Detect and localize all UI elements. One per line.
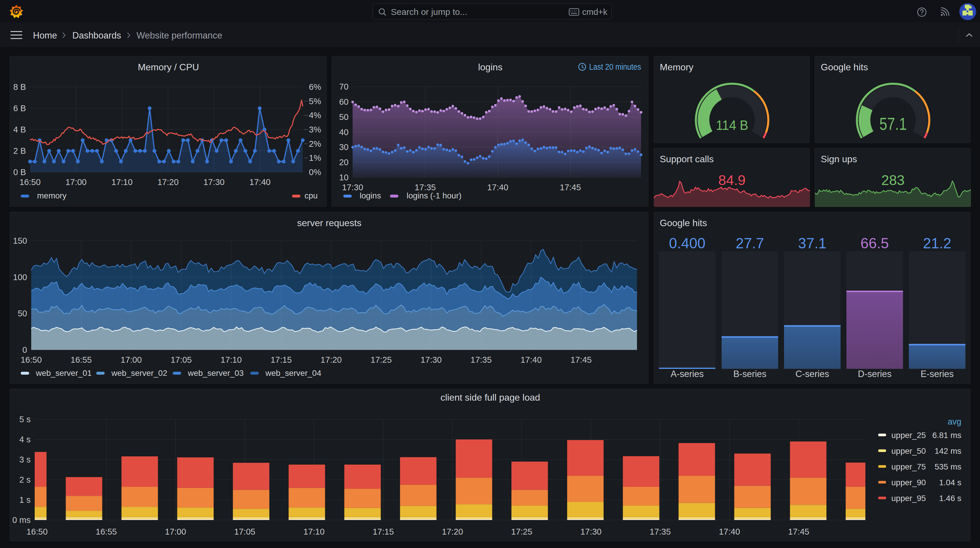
svg-text:20: 20 bbox=[339, 158, 348, 167]
svg-text:27.7: 27.7 bbox=[736, 235, 764, 252]
svg-text:server requests: server requests bbox=[297, 218, 362, 228]
svg-text:17:35: 17:35 bbox=[649, 527, 671, 536]
svg-text:Google hits: Google hits bbox=[821, 62, 868, 72]
svg-text:70: 70 bbox=[339, 82, 348, 91]
svg-text:1 s: 1 s bbox=[19, 495, 30, 505]
svg-text:Support calls: Support calls bbox=[660, 154, 714, 164]
svg-text:17:35: 17:35 bbox=[415, 183, 436, 192]
svg-text:upper_50: upper_50 bbox=[891, 446, 926, 456]
svg-text:6.81 ms: 6.81 ms bbox=[932, 431, 961, 440]
svg-text:100: 100 bbox=[13, 272, 27, 282]
svg-text:17:00: 17:00 bbox=[121, 355, 142, 365]
svg-text:17:05: 17:05 bbox=[171, 355, 192, 365]
svg-text:web_server_03: web_server_03 bbox=[188, 368, 243, 378]
svg-text:17:30: 17:30 bbox=[581, 527, 602, 536]
svg-text:17:05: 17:05 bbox=[234, 527, 256, 536]
svg-text:17:40: 17:40 bbox=[719, 527, 740, 536]
svg-text:0%: 0% bbox=[309, 167, 321, 177]
svg-text:Sign ups: Sign ups bbox=[821, 154, 857, 164]
svg-text:3%: 3% bbox=[309, 125, 321, 134]
svg-text:16:55: 16:55 bbox=[95, 527, 117, 536]
svg-text:10: 10 bbox=[339, 173, 348, 182]
svg-text:17:40: 17:40 bbox=[520, 355, 542, 365]
svg-text:8 B: 8 B bbox=[13, 82, 26, 92]
svg-text:17:15: 17:15 bbox=[270, 355, 292, 365]
svg-text:57.1: 57.1 bbox=[880, 114, 907, 134]
svg-text:535 ms: 535 ms bbox=[934, 462, 961, 471]
svg-text:17:10: 17:10 bbox=[221, 355, 242, 365]
svg-text:50: 50 bbox=[339, 112, 348, 122]
svg-text:Google hits: Google hits bbox=[660, 218, 707, 228]
svg-text:66.5: 66.5 bbox=[861, 235, 889, 252]
svg-text:0.400: 0.400 bbox=[669, 235, 705, 252]
svg-text:150: 150 bbox=[13, 236, 27, 245]
svg-text:web_server_01: web_server_01 bbox=[36, 368, 92, 378]
svg-text:1.04 s: 1.04 s bbox=[939, 478, 961, 487]
svg-text:web_server_02: web_server_02 bbox=[111, 368, 167, 378]
svg-text:17:45: 17:45 bbox=[560, 183, 581, 192]
svg-text:142 ms: 142 ms bbox=[934, 446, 961, 456]
svg-text:17:00: 17:00 bbox=[165, 527, 186, 536]
svg-text:50: 50 bbox=[18, 309, 27, 318]
svg-text:17:10: 17:10 bbox=[303, 527, 325, 536]
svg-text:C-series: C-series bbox=[795, 369, 829, 379]
svg-text:17:25: 17:25 bbox=[371, 355, 392, 365]
svg-text:3 s: 3 s bbox=[19, 455, 30, 464]
svg-text:17:20: 17:20 bbox=[321, 355, 342, 365]
svg-text:Memory: Memory bbox=[660, 62, 694, 72]
svg-text:0 ms: 0 ms bbox=[12, 515, 30, 525]
svg-text:84.9: 84.9 bbox=[718, 172, 746, 188]
svg-text:1.46 s: 1.46 s bbox=[939, 494, 961, 503]
svg-text:17:45: 17:45 bbox=[788, 527, 810, 536]
svg-text:memory: memory bbox=[37, 191, 67, 200]
svg-text:5%: 5% bbox=[309, 97, 321, 106]
svg-text:E-series: E-series bbox=[921, 369, 954, 379]
svg-text:17:30: 17:30 bbox=[203, 177, 224, 187]
svg-text:upper_75: upper_75 bbox=[891, 462, 926, 471]
svg-text:2%: 2% bbox=[309, 139, 321, 148]
svg-text:17:45: 17:45 bbox=[571, 355, 592, 365]
svg-text:0: 0 bbox=[22, 345, 27, 355]
svg-text:17:00: 17:00 bbox=[65, 177, 87, 187]
svg-text:17:20: 17:20 bbox=[158, 177, 179, 187]
svg-text:4 B: 4 B bbox=[13, 125, 26, 134]
svg-text:17:30: 17:30 bbox=[421, 355, 442, 365]
svg-text:37.1: 37.1 bbox=[798, 235, 826, 252]
svg-text:114 B: 114 B bbox=[716, 117, 748, 133]
svg-text:2 B: 2 B bbox=[13, 146, 26, 156]
svg-text:logins: logins bbox=[360, 191, 381, 200]
svg-text:17:40: 17:40 bbox=[487, 183, 508, 192]
svg-text:cpu: cpu bbox=[304, 191, 318, 200]
svg-text:16:55: 16:55 bbox=[71, 355, 92, 365]
svg-text:upper_95: upper_95 bbox=[891, 494, 926, 503]
svg-text:Memory / CPU: Memory / CPU bbox=[138, 62, 199, 72]
svg-text:17:20: 17:20 bbox=[442, 527, 463, 536]
svg-text:logins (-1 hour): logins (-1 hour) bbox=[407, 191, 461, 200]
svg-text:17:40: 17:40 bbox=[250, 177, 270, 187]
svg-text:6%: 6% bbox=[309, 82, 321, 92]
svg-text:16:50: 16:50 bbox=[21, 355, 42, 365]
svg-text:1%: 1% bbox=[309, 153, 321, 162]
svg-text:5 s: 5 s bbox=[19, 415, 30, 424]
svg-text:web_server_04: web_server_04 bbox=[265, 368, 321, 378]
svg-text:21.2: 21.2 bbox=[923, 235, 951, 252]
svg-text:17:15: 17:15 bbox=[373, 527, 394, 536]
svg-text:client side full page load: client side full page load bbox=[441, 392, 540, 403]
svg-text:4%: 4% bbox=[309, 111, 321, 120]
svg-text:D-series: D-series bbox=[858, 369, 891, 379]
svg-text:6 B: 6 B bbox=[13, 104, 26, 113]
svg-text:16:50: 16:50 bbox=[27, 527, 48, 536]
svg-text:0 B: 0 B bbox=[13, 167, 26, 177]
svg-text:17:30: 17:30 bbox=[342, 183, 363, 192]
svg-text:30: 30 bbox=[339, 142, 348, 152]
svg-text:upper_25: upper_25 bbox=[891, 431, 926, 440]
svg-text:16:50: 16:50 bbox=[19, 177, 41, 187]
svg-text:40: 40 bbox=[339, 127, 348, 137]
svg-text:B-series: B-series bbox=[733, 369, 767, 379]
svg-text:17:35: 17:35 bbox=[471, 355, 492, 365]
svg-text:4 s: 4 s bbox=[19, 435, 30, 444]
svg-text:17:10: 17:10 bbox=[111, 177, 133, 187]
svg-text:upper_90: upper_90 bbox=[891, 478, 926, 487]
svg-text:17:25: 17:25 bbox=[511, 527, 533, 536]
svg-text:A-series: A-series bbox=[671, 369, 704, 379]
